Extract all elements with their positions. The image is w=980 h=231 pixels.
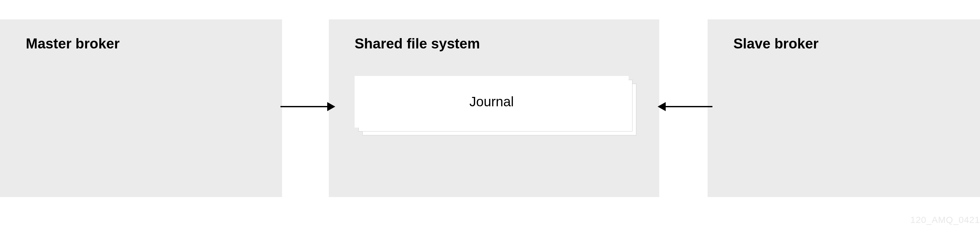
- journal-stack: Journal: [355, 76, 635, 137]
- journal-label: Journal: [469, 94, 514, 109]
- master-broker-box: Master broker: [0, 19, 282, 197]
- svg-marker-3: [658, 102, 666, 111]
- diagram-container: Master broker Shared file system Journal…: [0, 0, 980, 231]
- svg-marker-1: [327, 102, 335, 111]
- watermark-text: 120_AMQ_0421: [910, 215, 980, 225]
- master-broker-title: Master broker: [0, 19, 282, 52]
- shared-file-system-title: Shared file system: [329, 19, 659, 52]
- shared-file-system-box: Shared file system Journal: [329, 19, 659, 197]
- slave-broker-box: Slave broker: [708, 19, 980, 197]
- arrow-slave-to-shared-icon: [658, 100, 713, 114]
- slave-broker-title: Slave broker: [708, 19, 980, 52]
- arrow-master-to-shared-icon: [280, 100, 335, 114]
- journal-card-front: Journal: [355, 76, 628, 128]
